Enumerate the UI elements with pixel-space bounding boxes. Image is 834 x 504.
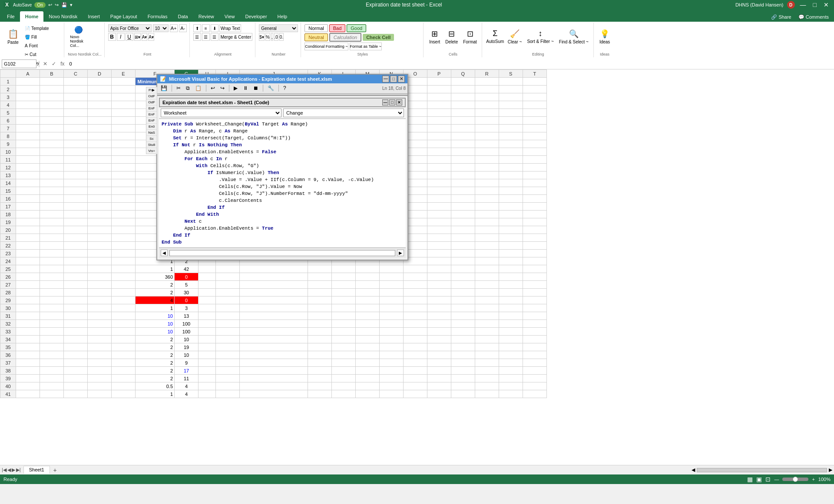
tab-home[interactable]: Home: [20, 11, 44, 22]
cell-k34[interactable]: [308, 336, 331, 343]
cell-s2[interactable]: [499, 86, 523, 93]
vba-side-pr[interactable]: Pr▶: [146, 87, 157, 93]
bad-style[interactable]: Bad: [329, 24, 346, 32]
cell-e13[interactable]: [112, 171, 136, 179]
col-b-header[interactable]: B: [40, 70, 64, 78]
col-p-header[interactable]: P: [427, 70, 451, 78]
cell-d1[interactable]: [88, 78, 112, 86]
cell-e1[interactable]: [112, 78, 136, 86]
horizontal-scrollbar[interactable]: [697, 468, 827, 472]
cell-q32[interactable]: [451, 320, 475, 328]
cell-d32[interactable]: [88, 320, 112, 328]
merge-center-button[interactable]: Merge & Center: [219, 33, 253, 41]
insert-function-btn[interactable]: fx: [59, 61, 66, 67]
redo-icon[interactable]: ↪: [55, 2, 59, 8]
cell-q10[interactable]: [451, 148, 475, 156]
vba-inner-min-btn[interactable]: —: [382, 99, 388, 105]
check-cell-style[interactable]: Check Cell: [363, 34, 394, 41]
cell-p41[interactable]: [427, 390, 451, 398]
cell-d31[interactable]: [88, 312, 112, 320]
cell-i37[interactable]: [216, 359, 240, 367]
cell-q1[interactable]: [451, 78, 475, 86]
cell-j34[interactable]: [240, 336, 308, 343]
tab-insert[interactable]: Insert: [83, 11, 105, 22]
cell-e19[interactable]: [112, 218, 136, 226]
cell-c5[interactable]: [64, 109, 88, 117]
restore-btn[interactable]: □: [811, 1, 818, 8]
cell-j38[interactable]: [240, 367, 308, 375]
vba-break-btn[interactable]: ⏸: [241, 84, 250, 92]
cell-i33[interactable]: [216, 328, 240, 336]
cell-r32[interactable]: [475, 320, 499, 328]
cell-n27[interactable]: [379, 281, 403, 289]
cell-d15[interactable]: [88, 187, 112, 195]
cell-t14[interactable]: [523, 179, 546, 187]
cell-c9[interactable]: [64, 140, 88, 148]
cell-f27[interactable]: 2: [136, 281, 175, 289]
vba-restore-btn[interactable]: □: [390, 76, 397, 82]
add-sheet-btn[interactable]: +: [51, 466, 60, 474]
cell-a32[interactable]: [16, 320, 40, 328]
cell-c1[interactable]: [64, 78, 88, 86]
cell-d10[interactable]: [88, 148, 112, 156]
sheet-tab-sheet1[interactable]: Sheet1: [23, 466, 50, 474]
cell-d37[interactable]: [88, 359, 112, 367]
cell-j35[interactable]: [240, 343, 308, 351]
cell-s4[interactable]: [499, 101, 523, 109]
cell-t18[interactable]: [523, 211, 546, 218]
cell-r10[interactable]: [475, 148, 499, 156]
cell-b26[interactable]: [40, 273, 64, 281]
zoom-minus-btn[interactable]: —: [774, 477, 779, 482]
cell-a34[interactable]: [16, 336, 40, 343]
cell-g28[interactable]: 30: [175, 289, 199, 296]
cell-q35[interactable]: [451, 343, 475, 351]
vba-reset-btn[interactable]: ⏹: [252, 84, 260, 92]
cell-c14[interactable]: [64, 179, 88, 187]
cell-s32[interactable]: [499, 320, 523, 328]
cell-r2[interactable]: [475, 86, 499, 93]
cell-e14[interactable]: [112, 179, 136, 187]
cell-s14[interactable]: [499, 179, 523, 187]
minimize-btn[interactable]: —: [798, 1, 808, 8]
cell-c28[interactable]: [64, 289, 88, 296]
cell-a15[interactable]: [16, 187, 40, 195]
cell-d30[interactable]: [88, 304, 112, 312]
ideas-button[interactable]: 💡 Ideas: [597, 24, 612, 49]
cell-n40[interactable]: [379, 382, 403, 390]
cell-d5[interactable]: [88, 109, 112, 117]
cell-t36[interactable]: [523, 351, 546, 359]
cell-l27[interactable]: [331, 281, 355, 289]
cell-d20[interactable]: [88, 226, 112, 234]
cell-e22[interactable]: [112, 242, 136, 250]
calculation-style[interactable]: Calculation: [329, 33, 361, 42]
cell-a31[interactable]: [16, 312, 40, 320]
cell-t26[interactable]: [523, 273, 546, 281]
cell-g34[interactable]: 10: [175, 336, 199, 343]
cell-p12[interactable]: [427, 164, 451, 171]
delete-cells-button[interactable]: ⊟ Delete: [443, 24, 460, 49]
vba-side-odf1[interactable]: OdF: [146, 93, 157, 99]
cell-e38[interactable]: [112, 367, 136, 375]
cell-r35[interactable]: [475, 343, 499, 351]
font-name-select[interactable]: Apis For Office: [108, 24, 152, 32]
clear-button[interactable]: 🧹 Clear ~: [506, 24, 524, 49]
cell-t23[interactable]: [523, 250, 546, 257]
cell-d11[interactable]: [88, 156, 112, 164]
cell-b40[interactable]: [40, 382, 64, 390]
cell-b10[interactable]: [40, 148, 64, 156]
cell-p38[interactable]: [427, 367, 451, 375]
cell-t39[interactable]: [523, 375, 546, 382]
cell-a21[interactable]: [16, 234, 40, 242]
cell-n41[interactable]: [379, 390, 403, 398]
cell-h26[interactable]: [199, 273, 216, 281]
normal-view-btn[interactable]: ▦: [747, 476, 753, 483]
cell-a25[interactable]: [16, 265, 40, 273]
cell-p40[interactable]: [427, 382, 451, 390]
wrap-text-button[interactable]: Wrap Text: [219, 24, 242, 32]
cell-f37[interactable]: 2: [136, 359, 175, 367]
cell-e21[interactable]: [112, 234, 136, 242]
cell-t30[interactable]: [523, 304, 546, 312]
cell-e6[interactable]: [112, 117, 136, 125]
cell-d39[interactable]: [88, 375, 112, 382]
cell-s39[interactable]: [499, 375, 523, 382]
